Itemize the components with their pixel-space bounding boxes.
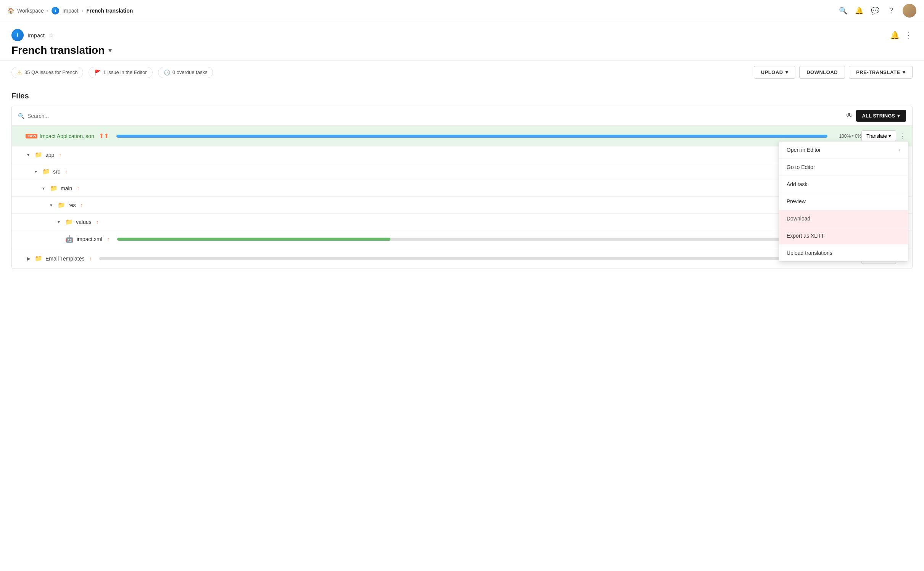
ctx-go-to-editor-label: Go to Editor (787, 164, 815, 170)
progress-bar (99, 257, 832, 260)
pre-translate-label: PRE-TRANSLATE (856, 69, 900, 75)
row-toggle[interactable]: ▾ (42, 186, 50, 191)
file-row[interactable]: ▾ 📁 res ↑ (12, 197, 912, 214)
ctx-download[interactable]: Download (779, 210, 908, 227)
up-arrow-icon: ↑ (89, 256, 92, 262)
file-row[interactable]: ▾ 📁 app ↑ (12, 146, 912, 163)
qa-issues-pill[interactable]: ⚠ 35 QA issues for French (11, 67, 83, 78)
all-strings-dropdown-icon: ▾ (897, 113, 900, 119)
project-link[interactable]: Impact (62, 8, 78, 14)
overdue-tasks-pill[interactable]: 🕐 0 overdue tasks (158, 67, 213, 78)
editor-issues-pill[interactable]: 🚩 1 issue in the Editor (89, 67, 152, 78)
translate-label: Translate (866, 133, 887, 139)
overdue-tasks-label: 0 overdue tasks (173, 69, 208, 75)
up-arrows-icon: ⬆⬆ (99, 132, 109, 140)
ctx-upload-translations[interactable]: Upload translations (779, 244, 908, 261)
pre-translate-button[interactable]: PRE-TRANSLATE ▾ (849, 66, 913, 79)
file-name: values (76, 219, 91, 225)
ctx-upload-translations-label: Upload translations (787, 250, 832, 256)
chat-icon[interactable]: 💬 (871, 6, 880, 15)
avatar[interactable] (903, 4, 916, 18)
header-more-icon[interactable]: ⋮ (905, 31, 913, 40)
up-arrow-icon: ↑ (80, 202, 83, 208)
workspace-link[interactable]: Workspace (17, 8, 44, 14)
file-row[interactable]: ▶ 📁 Email Templates ↑ 0% • 0% Translate … (12, 248, 912, 269)
ctx-open-editor[interactable]: Open in Editor › (779, 142, 908, 159)
all-strings-button[interactable]: ALL STRINGS ▾ (856, 110, 906, 122)
ctx-submenu-icon: › (898, 147, 900, 153)
percent-label: 100% • 0% (839, 134, 861, 139)
search-input[interactable] (27, 113, 846, 119)
file-name: impact.xml (77, 236, 102, 242)
file-row[interactable]: ▾ 📁 values ↑ (12, 214, 912, 230)
up-arrow-icon: ↑ (96, 219, 98, 225)
row-toggle[interactable]: ▾ (35, 169, 42, 174)
progress-bar (116, 135, 828, 138)
project-name[interactable]: Impact (27, 32, 45, 39)
editor-issues-label: 1 issue in the Editor (103, 69, 147, 75)
download-button[interactable]: DOWNLOAD (799, 66, 845, 79)
home-icon[interactable]: 🏠 (8, 8, 14, 14)
qa-issues-label: 35 QA issues for French (24, 69, 77, 75)
upload-label: UPLOAD (761, 69, 783, 75)
ctx-preview-label: Preview (787, 198, 806, 204)
folder-icon: 📁 (35, 255, 42, 262)
action-buttons: UPLOAD ▾ DOWNLOAD PRE-TRANSLATE ▾ (754, 66, 913, 79)
search-icon[interactable]: 🔍 (839, 6, 848, 15)
up-arrow-icon: ↑ (59, 152, 61, 158)
files-container: 🔍 👁 ALL STRINGS ▾ JSON Impact Applicatio… (11, 106, 913, 269)
bell-icon[interactable]: 🔔 (855, 6, 864, 15)
upload-button[interactable]: UPLOAD ▾ (754, 66, 795, 79)
file-row[interactable]: JSON Impact Application.json ⬆⬆ 100% • 0… (12, 126, 912, 146)
folder-icon: 📁 (42, 168, 50, 175)
nav-icons: 🔍 🔔 💬 ? (839, 4, 916, 18)
ctx-export-xliff[interactable]: Export as XLIFF (779, 227, 908, 244)
json-badge: JSON (26, 134, 37, 138)
file-row[interactable]: ▾ 📁 main ↑ (12, 180, 912, 197)
progress-wrap (116, 135, 828, 138)
eye-icon[interactable]: 👁 (846, 112, 853, 120)
translate-button[interactable]: Translate ▾ (861, 130, 896, 142)
breadcrumb-sep-2: › (81, 8, 83, 14)
ctx-open-editor-label: Open in Editor (787, 147, 821, 153)
search-icon: 🔍 (18, 113, 24, 119)
ctx-go-to-editor[interactable]: Go to Editor (779, 159, 908, 176)
file-name: src (53, 169, 60, 175)
file-name: Email Templates (45, 256, 84, 262)
all-strings-label: ALL STRINGS (862, 113, 895, 119)
translate-dropdown-icon: ▾ (889, 133, 891, 139)
pre-translate-dropdown-icon: ▾ (903, 69, 906, 75)
up-arrow-icon: ↑ (107, 236, 110, 242)
file-row[interactable]: ▾ 📁 src ↑ (12, 163, 912, 180)
download-label: DOWNLOAD (806, 69, 838, 75)
status-bar: ⚠ 35 QA issues for French 🚩 1 issue in t… (0, 61, 924, 84)
row-toggle[interactable]: ▾ (27, 152, 35, 158)
top-nav: 🏠 Workspace › i Impact › French translat… (0, 0, 924, 21)
file-name: main (61, 185, 72, 191)
row-toggle[interactable]: ▶ (27, 256, 35, 261)
ctx-add-task-label: Add task (787, 181, 807, 187)
project-icon-small: i (52, 7, 59, 14)
folder-icon: 📁 (35, 151, 42, 158)
search-wrap: 🔍 (18, 113, 846, 119)
clock-icon: 🕐 (164, 69, 170, 76)
project-label: i Impact ☆ 🔔 ⋮ (11, 29, 913, 41)
file-name: Impact Application.json (40, 133, 94, 139)
progress-fill (116, 135, 828, 138)
files-list: JSON Impact Application.json ⬆⬆ 100% • 0… (12, 126, 912, 269)
header-bell-icon[interactable]: 🔔 (890, 31, 900, 40)
row-toggle[interactable]: ▾ (58, 219, 65, 225)
ctx-add-task[interactable]: Add task (779, 176, 908, 193)
star-icon[interactable]: ☆ (48, 32, 54, 39)
files-toolbar: 🔍 👁 ALL STRINGS ▾ (12, 106, 912, 126)
help-icon[interactable]: ? (887, 6, 896, 15)
row-toggle[interactable]: ▾ (50, 203, 58, 208)
breadcrumb: 🏠 Workspace › i Impact › French translat… (8, 7, 839, 14)
project-initial: i (17, 32, 18, 38)
file-row[interactable]: 🤖 impact.xml ↑ (12, 230, 912, 248)
folder-icon: 📁 (65, 218, 73, 225)
ctx-preview[interactable]: Preview (779, 193, 908, 210)
title-dropdown-icon[interactable]: ▾ (108, 46, 112, 55)
up-arrow-icon: ↑ (77, 185, 79, 191)
row-more-icon[interactable]: ⋮ (899, 132, 906, 140)
